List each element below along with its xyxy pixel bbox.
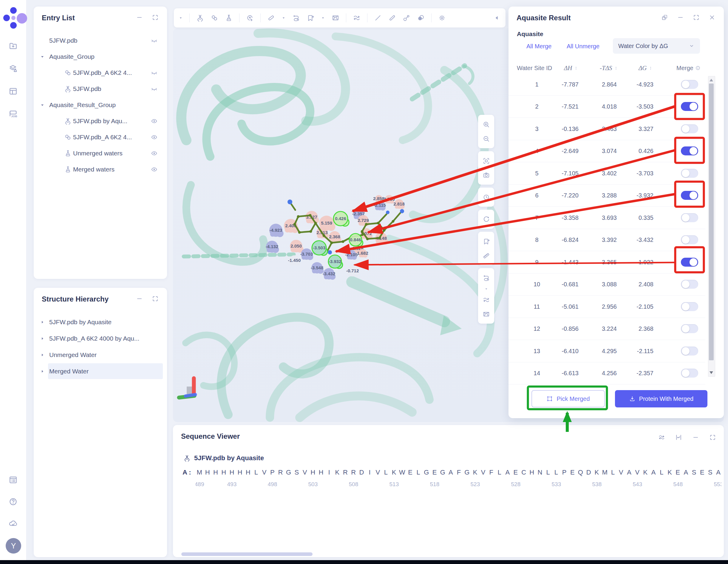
residue[interactable]: I bbox=[325, 469, 333, 478]
toolbar-swap-button[interactable] bbox=[353, 14, 361, 22]
residue[interactable]: R bbox=[341, 469, 349, 478]
sequence-scrollbar[interactable] bbox=[181, 552, 313, 556]
toolbar-path-button[interactable] bbox=[292, 14, 300, 22]
viewer-history-button[interactable] bbox=[478, 190, 494, 204]
aquasite-fullscreen-button[interactable] bbox=[693, 14, 700, 22]
residue[interactable]: H bbox=[203, 469, 211, 478]
water-site[interactable]: -0.712 bbox=[346, 265, 359, 277]
water-site[interactable]: 1.682 bbox=[357, 249, 368, 258]
residue[interactable]: H bbox=[317, 469, 325, 478]
residue[interactable]: S bbox=[293, 469, 301, 478]
sidebar-folder-plus-button[interactable] bbox=[8, 41, 18, 51]
sequence-fullscreen-button[interactable] bbox=[709, 434, 716, 442]
toolbar-eraser-button[interactable] bbox=[267, 14, 275, 22]
sidebar-cloud-button[interactable] bbox=[8, 519, 18, 528]
water-row[interactable]: 9-1.4433.3651.922 bbox=[508, 251, 705, 273]
water-row[interactable]: 8-6.8243.392-3.432 bbox=[508, 229, 705, 251]
residue[interactable]: V bbox=[374, 469, 382, 478]
toolbar-flask-button[interactable] bbox=[225, 14, 233, 22]
hierarchy-item[interactable]: Unmerged Water bbox=[34, 347, 167, 363]
sidebar-layers-button[interactable] bbox=[8, 64, 18, 73]
residue[interactable]: D bbox=[358, 469, 366, 478]
residue[interactable]: E bbox=[568, 469, 576, 478]
aquasite-close-button[interactable] bbox=[709, 14, 715, 22]
residue[interactable]: V bbox=[617, 469, 625, 478]
residue[interactable]: K bbox=[471, 469, 479, 478]
water-row[interactable]: 14-6.6134.256-2.357 bbox=[508, 362, 705, 385]
water-site[interactable]: -1.450 bbox=[288, 255, 301, 266]
residue[interactable]: V bbox=[260, 469, 268, 478]
residue[interactable]: E bbox=[674, 469, 682, 478]
aquasite-dock-button[interactable] bbox=[661, 14, 668, 22]
entry-list-item[interactable]: 5JFW.pdb bbox=[34, 81, 167, 97]
residue[interactable]: P bbox=[560, 469, 568, 478]
toolbar-collapse-button[interactable] bbox=[493, 14, 501, 22]
residue[interactable]: W bbox=[398, 469, 406, 478]
residue[interactable]: E bbox=[406, 469, 414, 478]
entry-list-item[interactable]: 5JFW.pdb by Aqu... bbox=[34, 113, 167, 129]
residue[interactable]: F bbox=[487, 469, 495, 478]
toolbar-spheres-button[interactable] bbox=[417, 14, 425, 22]
residue[interactable]: L bbox=[658, 469, 666, 478]
residue[interactable]: V bbox=[479, 469, 487, 478]
entry-list-item[interactable]: Aquasite_Group bbox=[34, 49, 167, 65]
water-row[interactable]: 13-6.4104.295-2.115 bbox=[508, 340, 705, 362]
eye-closed-icon[interactable] bbox=[151, 85, 158, 92]
merge-toggle[interactable] bbox=[681, 146, 698, 155]
entry-list-minus-button[interactable] bbox=[136, 14, 143, 22]
viewer-refresh-button[interactable] bbox=[478, 212, 494, 226]
residue[interactable]: L bbox=[414, 469, 422, 478]
toolbar-line-button[interactable] bbox=[374, 14, 382, 22]
aquasite-minus-button[interactable] bbox=[677, 14, 684, 22]
toolbar-pencil-button[interactable] bbox=[388, 14, 396, 22]
residue[interactable]: K bbox=[390, 469, 398, 478]
sequence-minus-button[interactable] bbox=[692, 434, 699, 442]
residue[interactable]: M bbox=[195, 469, 203, 478]
residue[interactable]: A bbox=[503, 469, 511, 478]
toolbar-gear-button[interactable] bbox=[438, 14, 446, 22]
residue[interactable]: L bbox=[252, 469, 260, 478]
residue[interactable]: A bbox=[682, 469, 690, 478]
col-water-site-id[interactable]: Water Site ID bbox=[517, 63, 552, 73]
entry-list-item[interactable]: Unmerged waters bbox=[34, 145, 167, 161]
water-site[interactable]: -3.932 bbox=[328, 255, 343, 268]
entry-list-item[interactable]: 5JFW.pdb_A 6K2 4... bbox=[34, 65, 167, 81]
residue[interactable]: D bbox=[585, 469, 593, 478]
residue[interactable]: A bbox=[447, 469, 455, 478]
merge-toggle[interactable] bbox=[681, 169, 698, 178]
residue[interactable]: L bbox=[552, 469, 560, 478]
entry-list-item[interactable]: Aquasite_Result_Group bbox=[34, 97, 167, 113]
residue[interactable]: V bbox=[633, 469, 641, 478]
residue[interactable]: A bbox=[650, 469, 658, 478]
viewer-zoom-in-button[interactable] bbox=[478, 117, 494, 132]
eye-open-icon[interactable] bbox=[151, 118, 158, 125]
eye-open-icon[interactable] bbox=[151, 134, 158, 141]
residue[interactable]: H bbox=[309, 469, 317, 478]
residue[interactable]: V bbox=[301, 469, 309, 478]
toolbar-caret-down-button[interactable] bbox=[179, 16, 183, 20]
eye-open-icon[interactable] bbox=[151, 166, 158, 173]
toolbar-helix-button[interactable] bbox=[196, 14, 204, 22]
toolbar-target-cursor-button[interactable] bbox=[246, 14, 254, 22]
viewer-caret-down-button[interactable] bbox=[478, 285, 494, 293]
water-color-dropdown[interactable]: Water Color by ΔG bbox=[613, 38, 700, 54]
water-site[interactable]: 2.818 bbox=[393, 199, 405, 209]
merge-toggle[interactable] bbox=[681, 124, 698, 133]
table-scrollbar[interactable] bbox=[708, 76, 715, 377]
eye-closed-icon[interactable] bbox=[151, 37, 158, 44]
entry-list-item[interactable]: 5JFW.pdb bbox=[34, 33, 167, 49]
residue[interactable]: A bbox=[714, 469, 721, 478]
hierarchy-item[interactable]: 5JFW.pdb by Aquasite bbox=[34, 314, 167, 330]
structure-hierarchy-minus-button[interactable] bbox=[136, 295, 143, 303]
residue[interactable]: A bbox=[625, 469, 633, 478]
sidebar-list-button[interactable] bbox=[8, 475, 18, 485]
residue[interactable]: R bbox=[276, 469, 285, 478]
col-merge[interactable]: Merge bbox=[676, 63, 701, 73]
merge-toggle[interactable] bbox=[681, 302, 698, 311]
pick-merged-button[interactable]: Pick Merged bbox=[531, 390, 605, 407]
scrollbar-thumb[interactable] bbox=[709, 84, 714, 360]
viewer-ruler-button[interactable] bbox=[478, 248, 494, 263]
residue[interactable]: L bbox=[544, 469, 552, 478]
viewer-zoom-out-button[interactable] bbox=[478, 132, 494, 146]
toolbar-ballstick-button[interactable] bbox=[403, 14, 410, 22]
